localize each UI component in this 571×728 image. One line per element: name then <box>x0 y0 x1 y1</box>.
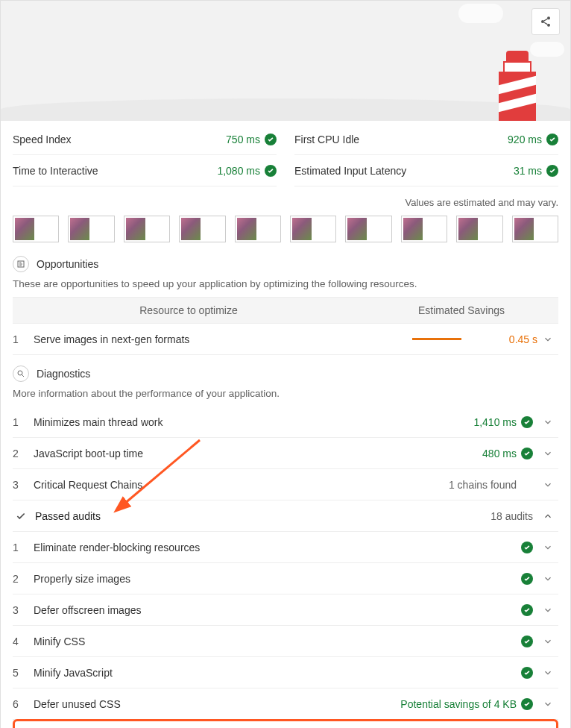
filmstrip-frame <box>68 216 114 242</box>
pass-icon <box>521 416 533 428</box>
opportunities-desc: These are opportunities to speed up your… <box>13 278 558 289</box>
row-title: Defer unused CSS <box>34 698 400 710</box>
opportunities-header: Opportunities <box>13 256 558 272</box>
row-title: Serve images in next-gen formats <box>34 333 405 345</box>
annotation-highlight <box>13 719 558 728</box>
chevron-down-icon[interactable] <box>537 699 558 709</box>
passed-audit-row[interactable]: 5 Minify JavaScript <box>13 657 558 688</box>
diagnostic-row[interactable]: 2 JavaScript boot-up time 480 ms <box>13 438 558 469</box>
section-title: Opportunities <box>37 258 98 270</box>
row-title: Minify CSS <box>34 636 517 647</box>
filmstrip-frame <box>456 216 502 242</box>
check-icon <box>13 508 29 524</box>
metric-row: Speed Index 750 ms <box>13 124 277 155</box>
report-hero <box>0 0 571 121</box>
row-title: Eliminate render-blocking resources <box>34 542 517 553</box>
pass-icon <box>546 165 558 177</box>
row-value: 0.45 s <box>509 333 537 345</box>
chevron-down-icon[interactable] <box>537 636 558 647</box>
section-title: Diagnostics <box>37 368 90 380</box>
row-index: 3 <box>13 479 34 491</box>
passed-audit-row[interactable]: 1 Eliminate render-blocking resources <box>13 532 558 563</box>
section-title: Passed audits <box>35 510 490 522</box>
pass-icon <box>521 604 533 616</box>
row-index: 4 <box>13 636 34 647</box>
metric-row: Time to Interactive 1,080 ms <box>13 155 277 186</box>
pass-icon <box>521 542 533 553</box>
metric-value: 750 ms <box>226 134 277 145</box>
metric-label: Estimated Input Latency <box>294 165 406 177</box>
metric-label: Speed Index <box>13 134 72 145</box>
pass-icon <box>546 134 558 145</box>
pass-icon <box>265 134 277 145</box>
share-button[interactable] <box>531 8 560 35</box>
row-title: Minimizes main thread work <box>34 416 473 428</box>
chevron-down-icon[interactable] <box>537 480 558 490</box>
metric-value: 1,080 ms <box>217 165 277 177</box>
metric-value: 920 ms <box>508 134 558 145</box>
diagnostic-row[interactable]: 3 Critical Request Chains 1 chains found <box>13 469 558 501</box>
row-title: Properly size images <box>34 573 517 585</box>
svg-point-0 <box>547 16 550 19</box>
opportunities-icon <box>13 256 29 272</box>
filmstrip-frame <box>124 216 170 242</box>
chevron-down-icon[interactable] <box>537 605 558 615</box>
row-index: 2 <box>13 448 34 459</box>
row-index: 1 <box>13 333 34 345</box>
row-index: 1 <box>13 416 34 428</box>
diagnostic-row[interactable]: 1 Minimizes main thread work 1,410 ms <box>13 407 558 438</box>
pass-icon <box>521 448 533 459</box>
chevron-down-icon[interactable] <box>537 334 558 345</box>
row-title: Critical Request Chains <box>34 479 449 491</box>
pass-icon <box>521 698 533 710</box>
metric-row: Estimated Input Latency 31 ms <box>294 155 558 186</box>
col-savings: Estimated Savings <box>365 304 558 316</box>
chevron-down-icon[interactable] <box>537 574 558 584</box>
diagnostics-desc: More information about the performance o… <box>13 388 558 399</box>
pass-icon <box>521 667 533 679</box>
chevron-down-icon[interactable] <box>537 417 558 427</box>
row-value: 480 ms <box>482 448 517 459</box>
svg-point-4 <box>18 371 22 375</box>
svg-point-2 <box>547 24 550 27</box>
passed-audit-row[interactable]: 3 Defer offscreen images <box>13 594 558 626</box>
row-index: 3 <box>13 604 34 616</box>
opportunities-columns: Resource to optimize Estimated Savings <box>13 297 558 324</box>
passed-count: 18 audits <box>490 510 533 522</box>
pass-icon <box>521 573 533 585</box>
row-title: Minify JavaScript <box>34 667 517 679</box>
chevron-up-icon <box>537 511 558 521</box>
row-title: JavaScript boot-up time <box>34 448 482 459</box>
svg-point-1 <box>541 20 544 23</box>
diagnostics-header: Diagnostics <box>13 365 558 382</box>
filmstrip-frame <box>290 216 336 242</box>
pass-icon <box>265 165 277 177</box>
chevron-down-icon[interactable] <box>537 542 558 553</box>
opportunity-row[interactable]: 1 Serve images in next-gen formats 0.45 … <box>13 324 558 355</box>
passed-audits-toggle[interactable]: Passed audits 18 audits <box>13 501 558 532</box>
filmstrip-frame <box>13 216 59 242</box>
row-value: 1 chains found <box>449 479 517 491</box>
passed-audit-row[interactable]: 2 Properly size images <box>13 563 558 594</box>
row-index: 5 <box>13 667 34 679</box>
pass-icon <box>521 636 533 647</box>
filmstrip-frame <box>512 216 558 242</box>
filmstrip-frame <box>179 216 225 242</box>
metrics-note: Values are estimated and may vary. <box>13 197 558 208</box>
chevron-down-icon[interactable] <box>537 668 558 678</box>
row-value: 1,410 ms <box>473 416 517 428</box>
share-icon <box>540 16 552 28</box>
filmstrip-frame <box>401 216 447 242</box>
metrics-section: Speed Index 750 ms Time to Interactive 1… <box>13 121 558 186</box>
decoration-ground <box>1 98 570 121</box>
lighthouse-logo <box>491 31 543 121</box>
row-title: Defer offscreen images <box>34 604 517 616</box>
row-index: 6 <box>13 698 34 710</box>
passed-audit-row[interactable]: 4 Minify CSS <box>13 626 558 657</box>
magnifier-icon <box>13 365 29 382</box>
metric-value: 31 ms <box>514 165 558 177</box>
passed-audit-row[interactable]: 6 Defer unused CSS Potential savings of … <box>13 688 558 720</box>
chevron-down-icon[interactable] <box>537 448 558 459</box>
passed-audit-row[interactable]: 7 Efficiently encode images <box>13 720 558 728</box>
decoration-cloud <box>458 4 503 23</box>
